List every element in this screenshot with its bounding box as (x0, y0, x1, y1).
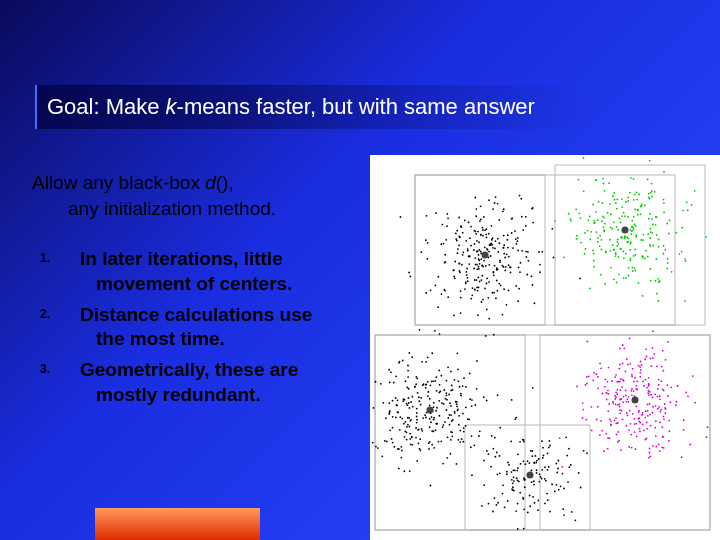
svg-point-185 (456, 240, 458, 242)
svg-point-791 (646, 428, 648, 430)
svg-point-247 (462, 254, 464, 256)
svg-point-1024 (497, 502, 499, 504)
svg-point-671 (433, 447, 435, 449)
svg-point-766 (626, 412, 628, 414)
svg-point-112 (460, 290, 462, 292)
svg-point-608 (458, 415, 460, 417)
svg-point-512 (407, 404, 409, 406)
svg-point-172 (495, 240, 497, 242)
svg-point-220 (441, 224, 443, 226)
svg-point-325 (596, 231, 598, 233)
svg-point-307 (563, 256, 565, 258)
svg-point-604 (415, 427, 417, 429)
svg-point-109 (488, 281, 490, 283)
svg-point-341 (705, 236, 707, 238)
svg-point-862 (616, 381, 618, 383)
svg-point-474 (655, 224, 657, 226)
svg-point-441 (671, 271, 673, 273)
svg-point-1018 (650, 394, 652, 396)
svg-point-336 (685, 260, 687, 262)
svg-point-732 (416, 416, 418, 418)
svg-point-987 (652, 347, 654, 349)
svg-point-1082 (533, 480, 535, 482)
svg-point-848 (626, 401, 628, 403)
svg-point-500 (631, 230, 633, 232)
svg-point-833 (617, 422, 619, 424)
svg-point-323 (656, 293, 658, 295)
svg-point-716 (461, 438, 463, 440)
svg-point-476 (679, 253, 681, 255)
svg-point-823 (659, 411, 661, 413)
svg-point-885 (654, 394, 656, 396)
svg-point-297 (612, 228, 614, 230)
svg-point-1130 (542, 457, 544, 459)
svg-point-75 (520, 198, 522, 200)
svg-point-902 (663, 447, 665, 449)
svg-point-27 (495, 196, 497, 198)
svg-point-310 (658, 238, 660, 240)
svg-point-98 (470, 298, 472, 300)
svg-point-656 (440, 440, 442, 442)
svg-point-514 (415, 437, 417, 439)
svg-point-60 (464, 288, 466, 290)
svg-point-1132 (514, 418, 516, 420)
svg-point-42 (503, 253, 505, 255)
svg-point-283 (622, 251, 624, 253)
svg-point-590 (454, 412, 456, 414)
svg-point-607 (440, 375, 442, 377)
svg-point-470 (633, 199, 635, 201)
svg-point-847 (621, 386, 623, 388)
svg-point-828 (677, 385, 679, 387)
svg-point-687 (471, 399, 473, 401)
svg-point-1144 (494, 456, 496, 458)
svg-point-664 (402, 400, 404, 402)
svg-point-181 (493, 274, 495, 276)
svg-point-595 (433, 417, 435, 419)
svg-point-1119 (492, 448, 494, 450)
svg-point-287 (649, 213, 651, 215)
svg-point-654 (462, 385, 464, 387)
svg-point-522 (439, 384, 441, 386)
svg-point-340 (684, 300, 686, 302)
svg-point-393 (589, 238, 591, 240)
svg-point-782 (655, 420, 657, 422)
svg-point-817 (659, 398, 661, 400)
svg-point-1092 (494, 497, 496, 499)
svg-point-1108 (541, 440, 543, 442)
svg-point-975 (648, 457, 650, 459)
svg-point-273 (640, 239, 642, 241)
svg-point-1106 (539, 476, 541, 478)
svg-point-463 (632, 270, 634, 272)
svg-point-233 (445, 239, 447, 241)
svg-point-649 (430, 485, 432, 487)
svg-point-44 (443, 243, 445, 245)
scatter-plot (370, 155, 720, 540)
svg-point-61 (457, 248, 459, 250)
svg-point-491 (620, 236, 622, 238)
svg-point-903 (636, 389, 638, 391)
svg-point-564 (407, 365, 409, 367)
svg-point-419 (603, 183, 605, 185)
slide: Goal: Make k-means faster, but with same… (0, 0, 720, 540)
svg-point-617 (419, 329, 421, 331)
svg-point-338 (576, 238, 578, 240)
svg-point-1097 (560, 485, 562, 487)
svg-point-403 (633, 267, 635, 269)
svg-point-308 (633, 178, 635, 180)
svg-point-123 (551, 228, 553, 230)
svg-point-1079 (524, 479, 526, 481)
point-text: In later iterations, little (80, 248, 283, 269)
svg-point-746 (407, 370, 409, 372)
svg-point-496 (632, 266, 634, 268)
svg-point-486 (647, 256, 649, 258)
svg-point-774 (586, 383, 588, 385)
svg-point-650 (427, 381, 429, 383)
svg-point-909 (636, 385, 638, 387)
svg-point-1007 (635, 423, 637, 425)
svg-point-935 (663, 390, 665, 392)
svg-point-134 (531, 276, 533, 278)
svg-point-895 (615, 374, 617, 376)
svg-point-319 (593, 222, 595, 224)
svg-point-796 (614, 376, 616, 378)
svg-point-764 (649, 447, 651, 449)
